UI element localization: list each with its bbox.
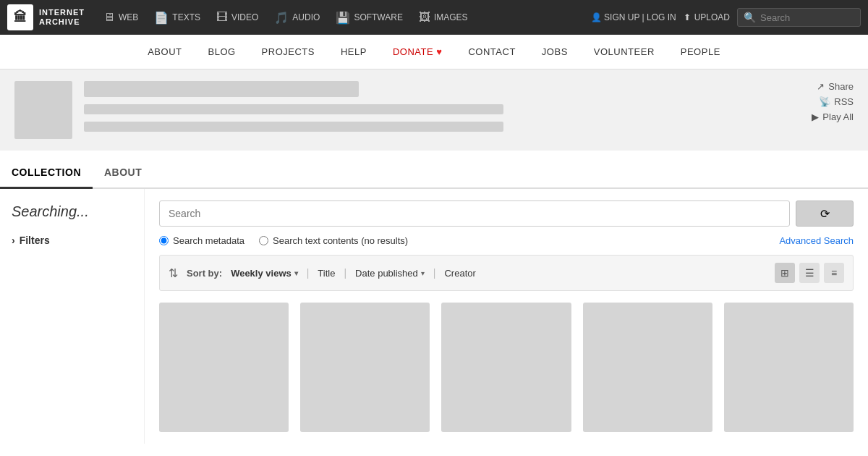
sidebar: Searching... › Filters [0, 189, 145, 444]
video-icon: 🎞 [216, 11, 228, 24]
nav-donate[interactable]: DONATE ♥ [380, 35, 456, 69]
chevron-down-icon: ▾ [294, 269, 298, 277]
web-icon: 🖥 [103, 11, 115, 24]
spinner-icon: ⟳ [820, 207, 830, 221]
collection-tabs: COLLECTION ABOUT [0, 158, 868, 189]
search-radio-options: Search metadata Search text contents (no… [159, 235, 854, 246]
top-search-box: 🔍 [737, 8, 861, 27]
sort-date-published[interactable]: Date published ▾ [355, 268, 425, 279]
collection-search-input[interactable] [159, 200, 790, 227]
view-toggle-icons: ⊞ ☰ ≡ [775, 263, 844, 283]
main-content: Searching... › Filters ⟳ Search metadata… [0, 189, 868, 444]
item-card[interactable] [441, 303, 571, 432]
software-icon: 💾 [336, 11, 350, 25]
radio-metadata-label[interactable]: Search metadata [159, 235, 244, 246]
heart-icon: ♥ [436, 46, 442, 57]
item-card[interactable] [300, 303, 430, 432]
audio-icon: 🎵 [274, 11, 289, 25]
play-all-link[interactable]: ▶ Play All [812, 111, 854, 122]
collection-title-placeholder [84, 81, 359, 97]
sort-weekly-views[interactable]: Weekly views ▾ [231, 268, 298, 279]
sort-icon: ⇅ [169, 266, 178, 280]
sort-by-label: Sort by: [187, 268, 222, 279]
list-view-icon[interactable]: ☰ [799, 263, 820, 283]
nav-contact[interactable]: CONTACT [455, 35, 528, 69]
advanced-search-link[interactable]: Advanced Search [779, 235, 854, 246]
auth-links: 👤 SIGN UP | LOG IN [591, 12, 676, 22]
collection-info [84, 81, 854, 132]
play-icon: ▶ [812, 111, 819, 122]
nav-jobs[interactable]: JOBS [529, 35, 581, 69]
upload-icon: ⬆ [684, 12, 691, 22]
upload-link[interactable]: ⬆ UPLOAD [684, 12, 730, 22]
searching-label: Searching... [12, 203, 132, 220]
collection-search-button[interactable]: ⟳ [796, 200, 854, 227]
nav-projects[interactable]: PROJECTS [249, 35, 328, 69]
item-card[interactable] [583, 303, 712, 432]
logo-link[interactable]: 🏛 INTERNET ARCHIVE [7, 4, 85, 30]
filters-toggle[interactable]: › Filters [12, 235, 132, 246]
nav-audio[interactable]: 🎵 AUDIO [267, 7, 327, 29]
rss-icon: 📡 [819, 96, 830, 107]
share-link[interactable]: ↗ Share [817, 81, 854, 92]
top-search-input[interactable] [760, 12, 854, 23]
radio-text-label[interactable]: Search text contents (no results) [259, 235, 408, 246]
content-area: ⟳ Search metadata Search text contents (… [145, 189, 868, 444]
compact-view-icon[interactable]: ≡ [824, 263, 844, 283]
search-icon: 🔍 [744, 12, 756, 23]
radio-text-input[interactable] [259, 236, 268, 245]
tab-about[interactable]: ABOUT [93, 158, 153, 189]
collection-thumbnail [14, 81, 72, 139]
tab-collection[interactable]: COLLECTION [0, 158, 93, 189]
nav-web[interactable]: 🖥 WEB [96, 7, 145, 28]
top-navigation: 🏛 INTERNET ARCHIVE 🖥 WEB 📄 TEXTS 🎞 VIDEO… [0, 0, 868, 35]
radio-metadata-input[interactable] [159, 236, 169, 245]
logo-text: INTERNET ARCHIVE [39, 8, 85, 27]
chevron-down-icon-2: ▾ [421, 269, 425, 277]
secondary-navigation: ABOUT BLOG PROJECTS HELP DONATE ♥ CONTAC… [0, 35, 868, 69]
collection-search-row: ⟳ [159, 200, 854, 227]
grid-view-icon[interactable]: ⊞ [775, 263, 795, 283]
sort-title[interactable]: Title [318, 268, 335, 279]
sort-creator[interactable]: Creator [444, 268, 475, 279]
rss-link[interactable]: 📡 RSS [819, 96, 854, 107]
header-actions: ↗ Share 📡 RSS ▶ Play All [812, 81, 854, 122]
nav-images[interactable]: 🖼 IMAGES [412, 7, 475, 28]
nav-texts[interactable]: 📄 TEXTS [147, 7, 208, 29]
nav-links: 🖥 WEB 📄 TEXTS 🎞 VIDEO 🎵 AUDIO 💾 SOFTWARE… [96, 7, 591, 29]
texts-icon: 📄 [154, 11, 169, 25]
nav-blog[interactable]: BLOG [195, 35, 248, 69]
nav-software[interactable]: 💾 SOFTWARE [328, 7, 410, 29]
collection-header: ↗ Share 📡 RSS ▶ Play All [0, 69, 868, 151]
nav-right: 👤 SIGN UP | LOG IN ⬆ UPLOAD 🔍 [591, 8, 861, 27]
images-icon: 🖼 [419, 11, 430, 24]
item-card[interactable] [159, 303, 289, 432]
nav-people[interactable]: PEOPLE [668, 35, 733, 69]
share-icon: ↗ [817, 81, 825, 92]
logo-icon: 🏛 [7, 4, 33, 30]
nav-volunteer[interactable]: VOLUNTEER [581, 35, 668, 69]
collection-desc2-placeholder [84, 122, 503, 132]
nav-about[interactable]: ABOUT [135, 35, 195, 69]
items-grid [159, 303, 854, 432]
sort-row: ⇅ Sort by: Weekly views ▾ | Title | Date… [159, 255, 854, 291]
item-card[interactable] [724, 303, 854, 432]
chevron-right-icon: › [12, 235, 15, 246]
nav-video[interactable]: 🎞 VIDEO [209, 7, 265, 28]
nav-help[interactable]: HELP [328, 35, 380, 69]
collection-desc1-placeholder [84, 104, 503, 114]
